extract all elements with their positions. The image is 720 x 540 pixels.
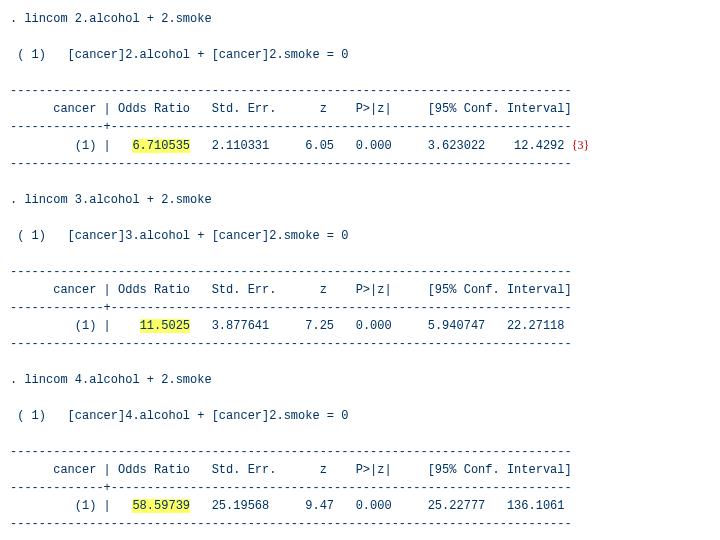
table-rule: ----------------------------------------… (10, 263, 720, 281)
blank-line (10, 64, 720, 82)
command-line: . lincom 3.alcohol + 2.smoke (10, 191, 720, 209)
odds-ratio: 11.5025 (140, 319, 190, 333)
row-prefix: (1) | (10, 319, 140, 333)
command-line: . lincom 2.alcohol + 2.smoke (10, 10, 720, 28)
constraint-line: ( 1) [cancer]2.alcohol + [cancer]2.smoke… (10, 46, 720, 64)
blank-line (10, 209, 720, 227)
odds-ratio: 6.710535 (132, 139, 190, 153)
blank-line (10, 28, 720, 46)
table-rule: ----------------------------------------… (10, 82, 720, 100)
table-header: cancer | Odds Ratio Std. Err. z P>|z| [9… (10, 461, 720, 479)
blank-line (10, 173, 720, 191)
table-row: (1) | 6.710535 2.110331 6.05 0.000 3.623… (10, 136, 720, 155)
table-header: cancer | Odds Ratio Std. Err. z P>|z| [9… (10, 281, 720, 299)
command-line: . lincom 4.alcohol + 2.smoke (10, 371, 720, 389)
table-rule: ----------------------------------------… (10, 443, 720, 461)
table-rule: ----------------------------------------… (10, 335, 720, 353)
blank-line (10, 245, 720, 263)
table-rule: ----------------------------------------… (10, 515, 720, 533)
lincom-block: . lincom 4.alcohol + 2.smoke ( 1) [cance… (10, 371, 720, 540)
constraint-text: [cancer]2.alcohol + [cancer]2.smoke = 0 (68, 48, 349, 62)
table-mid-rule: -------------+--------------------------… (10, 299, 720, 317)
table-mid-rule: -------------+--------------------------… (10, 118, 720, 136)
table-mid-rule: -------------+--------------------------… (10, 479, 720, 497)
row-prefix: (1) | (10, 499, 132, 513)
annotation: {3} (572, 138, 590, 152)
row-suffix: 2.110331 6.05 0.000 3.623022 12.4292 (190, 139, 564, 153)
constraint-text: [cancer]4.alcohol + [cancer]2.smoke = 0 (68, 409, 349, 423)
constraint-prefix: ( 1) (10, 409, 68, 423)
blank-line (10, 353, 720, 371)
constraint-line: ( 1) [cancer]4.alcohol + [cancer]2.smoke… (10, 407, 720, 425)
table-rule: ----------------------------------------… (10, 155, 720, 173)
row-prefix: (1) | (10, 139, 132, 153)
constraint-text: [cancer]3.alcohol + [cancer]2.smoke = 0 (68, 229, 349, 243)
constraint-prefix: ( 1) (10, 48, 68, 62)
spacer (565, 139, 572, 153)
row-suffix: 25.19568 9.47 0.000 25.22777 136.1061 (190, 499, 564, 513)
constraint-prefix: ( 1) (10, 229, 68, 243)
constraint-line: ( 1) [cancer]3.alcohol + [cancer]2.smoke… (10, 227, 720, 245)
blank-line (10, 389, 720, 407)
lincom-block: . lincom 3.alcohol + 2.smoke ( 1) [cance… (10, 191, 720, 371)
table-row: (1) | 11.5025 3.877641 7.25 0.000 5.9407… (10, 317, 720, 335)
row-suffix: 3.877641 7.25 0.000 5.940747 22.27118 (190, 319, 564, 333)
table-header: cancer | Odds Ratio Std. Err. z P>|z| [9… (10, 100, 720, 118)
table-row: (1) | 58.59739 25.19568 9.47 0.000 25.22… (10, 497, 720, 515)
odds-ratio: 58.59739 (132, 499, 190, 513)
blank-line (10, 425, 720, 443)
lincom-block: . lincom 2.alcohol + 2.smoke ( 1) [cance… (10, 10, 720, 191)
blank-line (10, 533, 720, 540)
